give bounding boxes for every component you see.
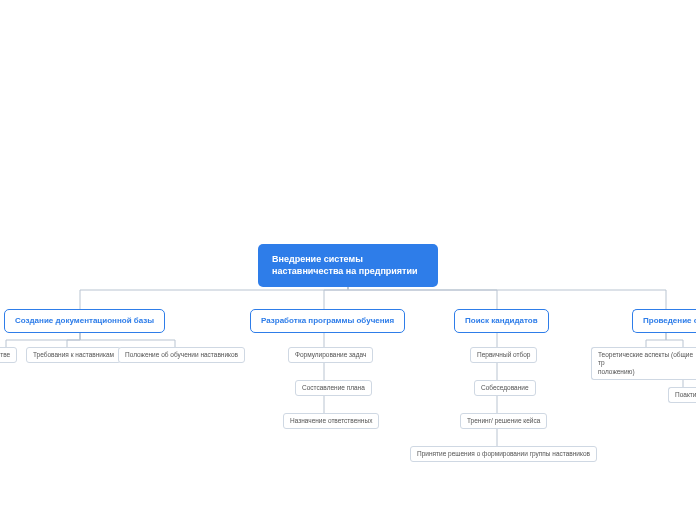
leaf-docs-1[interactable]: Требования к наставникам: [26, 347, 121, 363]
leaf-candidates-1[interactable]: Собеседование: [474, 380, 536, 396]
root-node[interactable]: Внедрение системы наставничества на пред…: [258, 244, 438, 287]
leaf-program-0[interactable]: Формулирование задач: [288, 347, 373, 363]
leaf-docs-0[interactable]: стве: [0, 347, 17, 363]
branch-docs-label: Создание документационной базы: [15, 316, 154, 325]
leaf-program-1[interactable]: Состсавление плана: [295, 380, 372, 396]
branch-conduct[interactable]: Проведение о: [632, 309, 696, 333]
leaf-conduct-0[interactable]: Теоретические аспекты (общие тр положени…: [591, 347, 696, 380]
root-title-line2: наставничества на предприятии: [272, 266, 424, 278]
root-title-line1: Внедрение системы: [272, 254, 424, 266]
branch-candidates-label: Поиск кандидатов: [465, 316, 538, 325]
mindmap-canvas[interactable]: Внедрение системы наставничества на пред…: [0, 0, 696, 520]
leaf-docs-2[interactable]: Положение об обучении наставников: [118, 347, 245, 363]
leaf-candidates-2[interactable]: Тренинг/ решение кейса: [460, 413, 547, 429]
leaf-conduct-1[interactable]: Поактика: [668, 387, 696, 403]
leaf-candidates-3[interactable]: Принятие решения о формировании группы н…: [410, 446, 597, 462]
branch-docs[interactable]: Создание документационной базы: [4, 309, 165, 333]
branch-candidates[interactable]: Поиск кандидатов: [454, 309, 549, 333]
leaf-program-2[interactable]: Назначение ответственных: [283, 413, 379, 429]
branch-conduct-label: Проведение о: [643, 316, 696, 325]
branch-program[interactable]: Разработка программы обучения: [250, 309, 405, 333]
branch-program-label: Разработка программы обучения: [261, 316, 394, 325]
leaf-candidates-0[interactable]: Первичный отбор: [470, 347, 537, 363]
